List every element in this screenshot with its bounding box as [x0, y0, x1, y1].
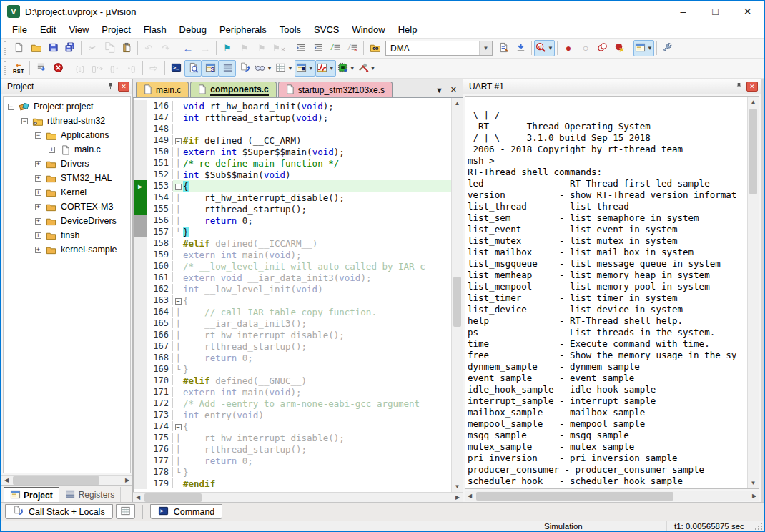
menu-view[interactable]: View	[62, 22, 95, 37]
bookmark-toggle-button[interactable]: ⚑	[219, 40, 236, 56]
window-layout-button[interactable]: ▼	[633, 40, 654, 56]
memory-window-button[interactable]: ▼	[274, 60, 295, 77]
menu-project[interactable]: Project	[95, 22, 137, 37]
start-stop-debug-button[interactable]: d▼	[534, 40, 555, 56]
undo-button[interactable]: ↶	[140, 40, 157, 56]
disable-all-breakpoints-button[interactable]	[594, 40, 611, 56]
copy-button[interactable]	[101, 40, 118, 56]
uart-vscrollbar[interactable]: ▲ ▼	[747, 97, 759, 488]
menu-tools[interactable]: Tools	[273, 22, 307, 37]
stop-button[interactable]	[49, 60, 66, 77]
breakpoint-gutter[interactable]	[134, 455, 147, 466]
new-file-button[interactable]	[10, 40, 27, 56]
scroll-left-icon[interactable]: ◀	[465, 491, 475, 501]
comment-selection-button[interactable]: /	[327, 40, 344, 56]
tree-item-project-project[interactable]: −Project: project	[4, 99, 130, 114]
editor-tab-components-c[interactable]: components.c	[190, 82, 276, 97]
project-tree-hscrollbar[interactable]: ◀ ▶	[1, 475, 132, 485]
fold-collapse-icon[interactable]: −	[175, 138, 182, 144]
analysis-window-button[interactable]: ▼	[315, 60, 336, 77]
show-next-statement-button[interactable]: ⇨	[145, 60, 162, 77]
save-all-button[interactable]	[61, 40, 79, 56]
menu-edit[interactable]: Edit	[34, 22, 62, 37]
breakpoint-gutter[interactable]	[134, 443, 147, 455]
menu-peripherals[interactable]: Peripherals	[213, 22, 273, 37]
uncomment-selection-button[interactable]: /✕	[344, 40, 361, 56]
call-stack-window-button[interactable]	[236, 60, 253, 77]
toolbox-button[interactable]: ▼	[357, 60, 377, 77]
menu-svcs[interactable]: SVCS	[307, 22, 345, 37]
breakpoint-gutter[interactable]	[134, 215, 147, 226]
breakpoint-gutter[interactable]	[134, 375, 147, 386]
editor-tab-main-c[interactable]: main.c	[136, 82, 189, 97]
breakpoint-gutter[interactable]	[134, 432, 147, 443]
cut-button[interactable]: ✂	[84, 40, 101, 56]
pin-icon[interactable]	[733, 81, 744, 92]
scroll-up-icon[interactable]: ▲	[452, 98, 463, 109]
resize-grip[interactable]	[754, 521, 764, 531]
scroll-down-icon[interactable]: ▼	[452, 481, 463, 492]
open-file-button[interactable]	[27, 40, 44, 56]
load-application-button[interactable]	[366, 40, 383, 56]
scroll-left-icon[interactable]: ◀	[133, 493, 143, 503]
breakpoint-gutter[interactable]	[134, 203, 147, 215]
download-to-flash-button[interactable]	[512, 40, 529, 56]
editor-vscrollbar[interactable]: ▲ ▼	[451, 98, 463, 492]
configure-button[interactable]	[659, 40, 676, 56]
tab-memory-window[interactable]	[116, 504, 135, 519]
breakpoint-gutter[interactable]	[134, 363, 147, 375]
breakpoint-gutter[interactable]	[134, 237, 147, 249]
fold-collapse-icon[interactable]: −	[175, 424, 182, 430]
menu-debug[interactable]: Debug	[173, 22, 213, 37]
breakpoint-gutter[interactable]	[134, 409, 147, 420]
menu-help[interactable]: Help	[392, 22, 424, 37]
editor-hscrollbar[interactable]: ◀ ▶	[133, 492, 463, 502]
project-panel-close-icon[interactable]: ✕	[118, 82, 129, 92]
scroll-right-icon[interactable]: ▶	[453, 493, 463, 503]
code-area[interactable]: 146void rt_hw_board_init(void);147int rt…	[133, 98, 463, 492]
menu-flash[interactable]: Flash	[137, 22, 173, 37]
tree-item-devicedrivers[interactable]: +DeviceDrivers	[4, 214, 130, 228]
run-to-cursor-button[interactable]: *{}	[123, 60, 140, 77]
expand-icon[interactable]: +	[49, 147, 55, 153]
expand-icon[interactable]: +	[35, 247, 41, 253]
tab-project[interactable]: Project	[4, 487, 59, 502]
menu-window[interactable]: Window	[345, 22, 391, 37]
breakpoint-gutter[interactable]	[134, 306, 147, 317]
disassembly-window-button[interactable]	[184, 60, 202, 77]
expand-icon[interactable]: +	[35, 175, 41, 182]
breakpoint-gutter[interactable]	[134, 317, 147, 329]
collapse-icon[interactable]: −	[35, 132, 41, 139]
redo-button[interactable]: ↷	[157, 40, 174, 56]
breakpoint-gutter[interactable]	[134, 329, 147, 340]
breakpoint-gutter[interactable]	[134, 100, 147, 112]
tree-item-stm32-hal[interactable]: +STM32_HAL	[4, 171, 130, 185]
scroll-right-icon[interactable]: ▶	[122, 476, 132, 486]
watch-window-button[interactable]: ▼	[253, 60, 274, 77]
close-document-icon[interactable]: ✕	[450, 85, 457, 94]
scroll-up-icon[interactable]: ▲	[748, 97, 759, 107]
expand-icon[interactable]: +	[35, 232, 41, 239]
breakpoint-gutter[interactable]	[134, 169, 147, 180]
save-button[interactable]	[44, 40, 61, 56]
editor-tab-startup-stm32f103xe-s[interactable]: startup_stm32f103xe.s	[278, 82, 393, 97]
breakpoint-gutter[interactable]	[134, 295, 147, 306]
minimize-button[interactable]: –	[667, 1, 699, 21]
breakpoint-gutter[interactable]	[134, 192, 147, 203]
execution-arrow-icon[interactable]: ▶	[134, 180, 147, 192]
breakpoint-gutter[interactable]	[134, 340, 147, 352]
reset-cpu-button[interactable]: ➜RST	[10, 60, 27, 77]
tab-command[interactable]: >_ Command	[150, 504, 223, 519]
scroll-right-icon[interactable]: ▶	[749, 491, 759, 501]
breakpoint-gutter[interactable]	[134, 112, 147, 123]
breakpoint-gutter[interactable]	[134, 478, 147, 489]
breakpoint-gutter[interactable]	[134, 386, 147, 398]
expand-icon[interactable]: +	[35, 218, 41, 225]
select-target-combo[interactable]: DMA▼	[385, 41, 493, 56]
tab-call-stack-locals[interactable]: Call Stack + Locals	[5, 504, 113, 519]
insert-breakpoint-button[interactable]: ●	[560, 40, 577, 56]
breakpoint-gutter[interactable]	[134, 134, 147, 146]
toolbar-grip[interactable]	[4, 61, 9, 76]
run-button[interactable]	[32, 60, 49, 77]
collapse-icon[interactable]: −	[21, 118, 28, 124]
